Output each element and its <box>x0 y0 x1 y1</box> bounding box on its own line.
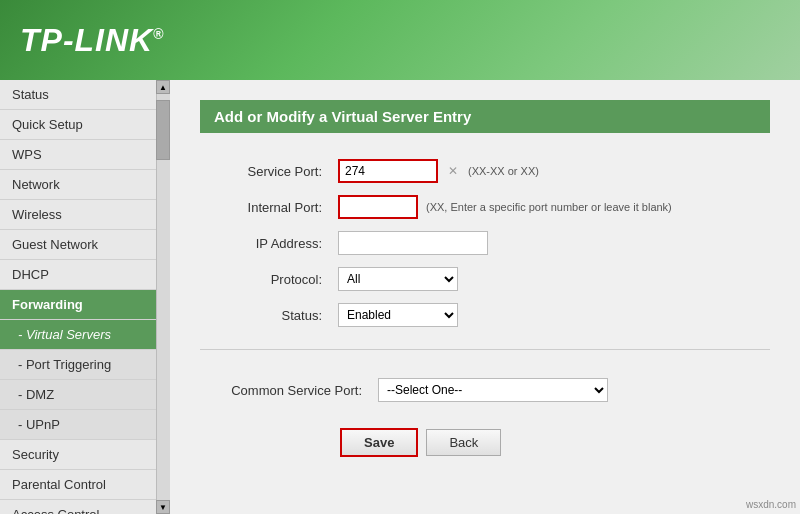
sidebar-item-wps[interactable]: WPS <box>0 140 169 170</box>
common-service-table: Common Service Port: --Select One-- DNS … <box>200 366 770 408</box>
ip-address-row: IP Address: <box>200 225 770 261</box>
common-service-row: Common Service Port: --Select One-- DNS … <box>200 366 770 408</box>
scroll-down-arrow[interactable]: ▼ <box>156 500 170 514</box>
service-port-label: Service Port: <box>200 153 330 189</box>
header: TP-LINK® <box>0 0 800 80</box>
ip-address-label: IP Address: <box>200 225 330 261</box>
sidebar: StatusQuick SetupWPSNetworkWirelessGuest… <box>0 80 170 514</box>
back-button[interactable]: Back <box>426 429 501 456</box>
sidebar-item-dhcp[interactable]: DHCP <box>0 260 169 290</box>
sidebar-item-port-triggering[interactable]: - Port Triggering <box>0 350 169 380</box>
status-select[interactable]: Enabled Disabled <box>338 303 458 327</box>
save-button[interactable]: Save <box>340 428 418 457</box>
sidebar-item-access-control[interactable]: Access Control <box>0 500 169 514</box>
service-port-hint: (XX-XX or XX) <box>468 165 539 177</box>
internal-port-label: Internal Port: <box>200 189 330 225</box>
scroll-thumb[interactable] <box>156 100 170 160</box>
ip-address-input[interactable] <box>338 231 488 255</box>
section-title: Add or Modify a Virtual Server Entry <box>200 100 770 133</box>
sidebar-item-dmz[interactable]: - DMZ <box>0 380 169 410</box>
sidebar-item-guest-network[interactable]: Guest Network <box>0 230 169 260</box>
sidebar-item-forwarding[interactable]: Forwarding <box>0 290 169 320</box>
internal-port-input[interactable] <box>338 195 418 219</box>
status-row: Status: Enabled Disabled <box>200 297 770 333</box>
button-row: Save Back <box>200 428 770 457</box>
form-divider <box>200 349 770 350</box>
common-service-select[interactable]: --Select One-- DNS FTP HTTP HTTPS IMAP P… <box>378 378 608 402</box>
status-label: Status: <box>200 297 330 333</box>
internal-port-row: Internal Port: (XX, Enter a specific por… <box>200 189 770 225</box>
service-port-input[interactable] <box>338 159 438 183</box>
protocol-row: Protocol: All TCP UDP TCP&UDP <box>200 261 770 297</box>
main-layout: StatusQuick SetupWPSNetworkWirelessGuest… <box>0 80 800 514</box>
service-port-input-cell: ✕ (XX-XX or XX) <box>338 159 762 183</box>
content-area: Add or Modify a Virtual Server Entry Ser… <box>170 80 800 514</box>
protocol-select[interactable]: All TCP UDP TCP&UDP <box>338 267 458 291</box>
logo-reg: ® <box>153 26 164 42</box>
service-port-row: Service Port: ✕ (XX-XX or XX) <box>200 153 770 189</box>
tp-link-logo: TP-LINK® <box>20 22 165 59</box>
internal-port-hint: (XX, Enter a specific port number or lea… <box>426 201 672 213</box>
scroll-up-arrow[interactable]: ▲ <box>156 80 170 94</box>
logo-text: TP-LINK <box>20 22 153 58</box>
form-table: Service Port: ✕ (XX-XX or XX) Internal P… <box>200 153 770 333</box>
sidebar-item-virtual-servers[interactable]: - Virtual Servers <box>0 320 169 350</box>
common-service-label: Common Service Port: <box>200 366 370 408</box>
sidebar-item-parental-control[interactable]: Parental Control <box>0 470 169 500</box>
scrollbar-track: ▲ ▼ <box>156 80 170 514</box>
sidebar-item-quick-setup[interactable]: Quick Setup <box>0 110 169 140</box>
clear-service-port-button[interactable]: ✕ <box>446 164 460 178</box>
internal-port-input-cell: (XX, Enter a specific port number or lea… <box>338 195 762 219</box>
protocol-label: Protocol: <box>200 261 330 297</box>
sidebar-item-status[interactable]: Status <box>0 80 169 110</box>
sidebar-item-security[interactable]: Security <box>0 440 169 470</box>
sidebar-item-wireless[interactable]: Wireless <box>0 200 169 230</box>
watermark: wsxdn.com <box>746 499 796 510</box>
sidebar-item-upnp[interactable]: - UPnP <box>0 410 169 440</box>
sidebar-item-network[interactable]: Network <box>0 170 169 200</box>
content-inner: Add or Modify a Virtual Server Entry Ser… <box>170 80 800 477</box>
